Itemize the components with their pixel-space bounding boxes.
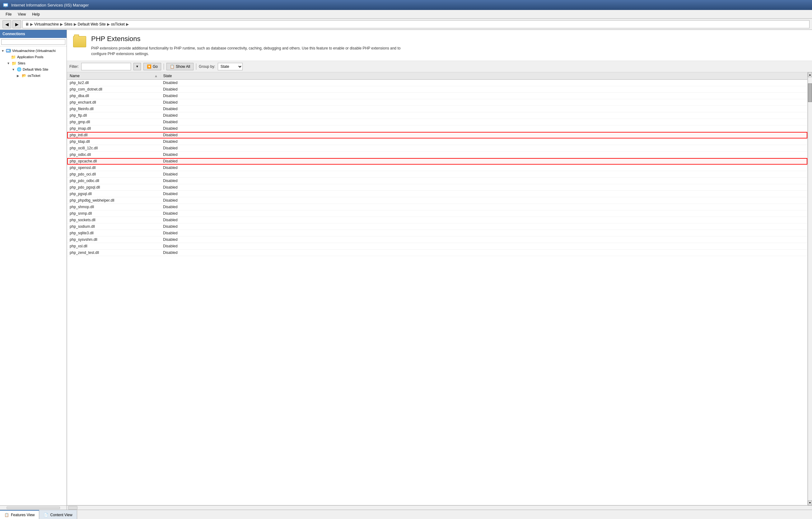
filter-dropdown-button[interactable]: ▼ xyxy=(134,63,141,70)
scroll-down-button[interactable]: ▼ xyxy=(808,500,812,505)
table-row[interactable]: php_sqlite3.dllDisabled xyxy=(67,230,807,236)
col-header-state: State xyxy=(161,73,807,80)
scroll-up-button[interactable]: ▲ xyxy=(808,72,812,77)
menu-file[interactable]: File xyxy=(2,11,14,18)
forward-icon: ▶ xyxy=(15,22,19,27)
toolbar-separator xyxy=(164,63,164,70)
connections-header: Connections xyxy=(0,30,66,38)
tree-item-osticket[interactable]: ▶ 📂 osTicket xyxy=(0,73,66,79)
table-row[interactable]: php_pdo_odbc.dllDisabled xyxy=(67,178,807,184)
page-description: PHP extensions provide additional functi… xyxy=(91,46,402,57)
ext-state-cell: Disabled xyxy=(161,230,807,236)
toolbar-separator-2 xyxy=(196,63,196,70)
forward-button[interactable]: ▶ xyxy=(12,20,21,28)
table-row[interactable]: php_opcache.dllDisabled xyxy=(67,158,807,165)
table-row[interactable]: php_pdo_oci.dllDisabled xyxy=(67,171,807,178)
table-row[interactable]: php_sodium.dllDisabled xyxy=(67,223,807,230)
window-title: Internet Information Services (IIS) Mana… xyxy=(11,3,89,7)
ext-name-cell: php_sockets.dll xyxy=(67,217,161,223)
show-all-icon: 📋 xyxy=(170,64,175,69)
extensions-table-area: Name ▲ State php_bz2.dllDisabledphp_com_… xyxy=(67,72,808,505)
table-row[interactable]: php_com_dotnet.dllDisabled xyxy=(67,86,807,93)
table-row[interactable]: php_ftp.dllDisabled xyxy=(67,112,807,119)
left-pane-bottom-scroll xyxy=(0,505,66,510)
ext-state-cell: Disabled xyxy=(161,184,807,191)
tree-item-sites[interactable]: ▼ 📁 Sites xyxy=(0,60,66,66)
table-row[interactable]: php_phpdbg_webhelper.dllDisabled xyxy=(67,197,807,204)
go-button[interactable]: 🔽 Go xyxy=(143,63,161,70)
menu-help[interactable]: Help xyxy=(29,11,43,18)
ext-name-cell: php_oci8_12c.dll xyxy=(67,145,161,151)
ext-name-cell: php_ldap.dll xyxy=(67,139,161,145)
ext-state-cell: Disabled xyxy=(161,217,807,223)
table-row[interactable]: php_oci8_12c.dllDisabled xyxy=(67,145,807,151)
ext-name-cell: php_enchant.dll xyxy=(67,99,161,106)
ext-name-cell: php_pgsql.dll xyxy=(67,191,161,197)
table-row[interactable]: php_pgsql.dllDisabled xyxy=(67,191,807,197)
table-row[interactable]: php_snmp.dllDisabled xyxy=(67,210,807,217)
breadcrumb-icon: 🖥 xyxy=(25,22,29,26)
ext-state-cell: Disabled xyxy=(161,106,807,112)
table-row[interactable]: php_sysvshm.dllDisabled xyxy=(67,236,807,243)
table-row[interactable]: php_imap.dllDisabled xyxy=(67,125,807,132)
ext-name-cell: php_openssl.dll xyxy=(67,165,161,171)
table-row[interactable]: php_odbc.dllDisabled xyxy=(67,151,807,158)
ext-name-cell: php_opcache.dll xyxy=(67,158,161,165)
table-row[interactable]: php_fileinfo.dllDisabled xyxy=(67,106,807,112)
breadcrumb-default-web-site[interactable]: Default Web Site xyxy=(78,22,106,26)
ext-name-cell: php_xsl.dll xyxy=(67,243,161,250)
connections-search-area xyxy=(0,38,66,46)
filter-input[interactable] xyxy=(81,63,131,70)
back-button[interactable]: ◀ xyxy=(2,20,11,28)
table-row[interactable]: php_dba.dllDisabled xyxy=(67,93,807,99)
tree-label-sites: Sites xyxy=(18,61,25,65)
table-row[interactable]: php_xsl.dllDisabled xyxy=(67,243,807,250)
breadcrumb-sites[interactable]: Sites xyxy=(64,22,72,26)
ext-name-cell: php_imap.dll xyxy=(67,125,161,132)
content-header: PHP Extensions PHP extensions provide ad… xyxy=(67,30,812,61)
menu-bar: File View Help xyxy=(0,10,812,19)
table-row[interactable]: php_sockets.dllDisabled xyxy=(67,217,807,223)
connections-search-input[interactable] xyxy=(1,39,65,45)
features-view-icon: 📋 xyxy=(4,513,9,517)
ext-state-cell: Disabled xyxy=(161,119,807,125)
content-view-label: Content View xyxy=(50,513,72,517)
table-row[interactable]: php_intl.dllDisabled xyxy=(67,132,807,139)
server-icon xyxy=(6,48,11,53)
ext-name-cell: php_sysvshm.dll xyxy=(67,236,161,243)
ext-state-cell: Disabled xyxy=(161,191,807,197)
scroll-thumb[interactable] xyxy=(808,83,812,102)
nav-bar: ◀ ▶ 🖥 ▶ Virtualmachine ▶ Sites ▶ Default… xyxy=(0,19,812,30)
table-row[interactable]: php_bz2.dllDisabled xyxy=(67,80,807,86)
ext-name-cell: php_pdo_oci.dll xyxy=(67,171,161,178)
group-by-label: Group by: xyxy=(199,64,215,69)
svg-point-5 xyxy=(10,50,10,51)
left-pane-scroll-thumb[interactable] xyxy=(6,507,60,509)
group-by-select[interactable]: State xyxy=(218,63,243,70)
right-scrollbar[interactable]: ▲ ▼ xyxy=(808,72,812,505)
toolbar-area: Filter: ▼ 🔽 Go 📋 Show All Group by: Stat… xyxy=(67,61,812,72)
table-row[interactable]: php_zend_test.dllDisabled xyxy=(67,250,807,256)
ext-name-cell: php_bz2.dll xyxy=(67,80,161,86)
show-all-button[interactable]: 📋 Show All xyxy=(167,63,194,70)
table-row[interactable]: php_pdo_pgsql.dllDisabled xyxy=(67,184,807,191)
content-area: PHP Extensions PHP extensions provide ad… xyxy=(67,30,812,510)
tree-label-default-web-site: Default Web Site xyxy=(23,67,48,71)
tree-item-default-web-site[interactable]: ▼ 🌐 Default Web Site xyxy=(0,66,66,73)
table-row[interactable]: php_ldap.dllDisabled xyxy=(67,139,807,145)
scroll-left-thumb[interactable] xyxy=(68,506,78,510)
tree-item-virtualmachine[interactable]: ▼ Virtualmachine (Virtualmachi xyxy=(0,48,66,54)
table-row[interactable]: php_shmop.dllDisabled xyxy=(67,204,807,210)
table-row[interactable]: php_openssl.dllDisabled xyxy=(67,165,807,171)
tab-content-view[interactable]: 📄 Content View xyxy=(39,510,77,519)
tab-features-view[interactable]: 📋 Features View xyxy=(0,510,39,519)
table-row[interactable]: php_enchant.dllDisabled xyxy=(67,99,807,106)
tree-item-app-pools[interactable]: 📁 Application Pools xyxy=(0,54,66,60)
menu-view[interactable]: View xyxy=(14,11,29,18)
table-row[interactable]: php_gmp.dllDisabled xyxy=(67,119,807,125)
content-header-text: PHP Extensions PHP extensions provide ad… xyxy=(91,35,402,57)
breadcrumb-virtualmachine[interactable]: Virtualmachine xyxy=(34,22,59,26)
features-view-label: Features View xyxy=(11,513,34,517)
breadcrumb-osticket[interactable]: osTicket xyxy=(111,22,125,26)
status-bar: 📋 Features View 📄 Content View xyxy=(0,510,812,519)
